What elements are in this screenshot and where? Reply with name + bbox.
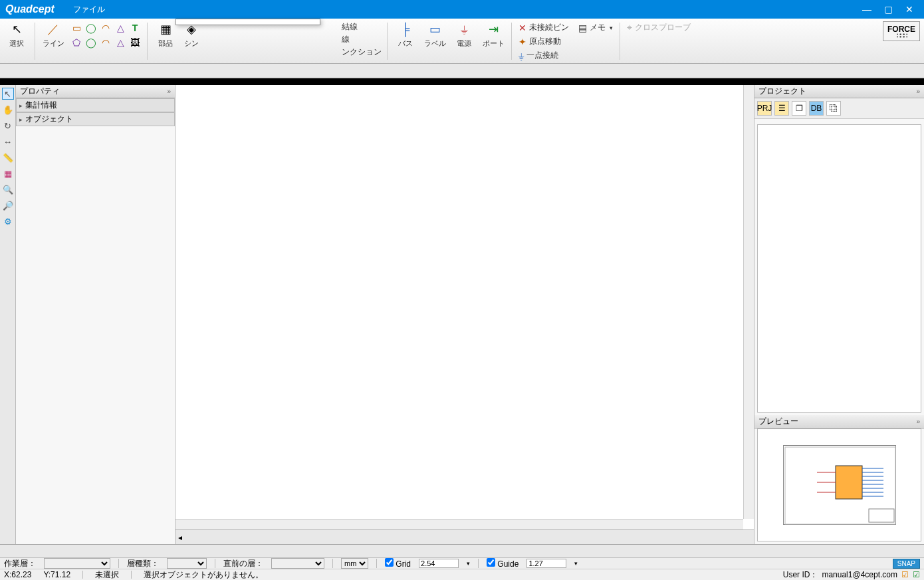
- close-button[interactable]: ✕: [900, 4, 919, 15]
- layer-type-label: 層種類：: [127, 558, 159, 569]
- rotate-icon[interactable]: ↻: [2, 120, 14, 132]
- coord-x: X:62.23: [4, 570, 31, 579]
- conn-label: ンクション: [342, 47, 382, 58]
- schematic-preview-icon: [784, 446, 897, 526]
- rect-icon[interactable]: ▭: [70, 21, 83, 35]
- bottom-tabs: [0, 544, 924, 557]
- circle2-icon[interactable]: ◯: [84, 21, 98, 35]
- object-section[interactable]: オブジェクト: [16, 112, 175, 126]
- work-layer-select[interactable]: [44, 558, 110, 569]
- work-layer-label: 作業層：: [4, 558, 36, 569]
- minimize-button[interactable]: —: [858, 4, 876, 15]
- measure-icon[interactable]: 📏: [2, 151, 14, 163]
- arc3-icon[interactable]: ◠: [99, 36, 112, 49]
- prev-layer-label: 直前の層：: [223, 558, 263, 569]
- menu-bar: Quadcept ファイル — ▢ ✕: [0, 0, 924, 19]
- label-tool[interactable]: ▭ ラベル: [422, 21, 447, 48]
- svg-rect-1: [836, 466, 862, 499]
- origin-icon: ✦: [519, 37, 526, 47]
- unconnected-pin-tool[interactable]: ✕未接続ピン: [517, 21, 570, 34]
- grid-value-input[interactable]: [419, 559, 459, 568]
- ruler-strip: [0, 78, 924, 85]
- shape-tools: ▭ ◯ ◠ △ T ⬠ ◯ ◠ △ 🖼: [70, 21, 142, 49]
- canvas[interactable]: ◂: [175, 85, 754, 544]
- symbol-tool[interactable]: ◈ シン: [182, 21, 201, 48]
- property-panel-header: プロパティ»: [16, 85, 175, 98]
- memo-icon: ▤: [578, 23, 587, 33]
- part-tool[interactable]: ▦ 部品: [153, 21, 178, 48]
- operation-tabs: [0, 64, 924, 78]
- bus-icon: ╞: [398, 21, 413, 37]
- hand-icon[interactable]: ✋: [2, 104, 14, 116]
- horizontal-scrollbar[interactable]: [175, 519, 743, 530]
- image-icon[interactable]: 🖼: [128, 36, 142, 49]
- doc-tab-scroll-left[interactable]: ◂: [178, 533, 182, 542]
- project-panel-header: プロジェクト»: [754, 85, 924, 98]
- summary-section[interactable]: 集計情報: [16, 98, 175, 112]
- menu-ファイル[interactable]: ファイル: [66, 1, 112, 18]
- status-bar-info: X:62.23 Y:71.12 未選択 選択オブジェクトがありません。 User…: [0, 569, 924, 580]
- list-icon[interactable]: ☰: [774, 101, 789, 116]
- guide-value-input[interactable]: [526, 559, 566, 568]
- origin-move-tool[interactable]: ✦原点移動: [517, 35, 570, 48]
- property-panel: プロパティ» 集計情報 オブジェクト: [16, 85, 175, 544]
- zoom-out-icon[interactable]: 🔎: [2, 199, 14, 211]
- iso-tri-icon[interactable]: △: [114, 36, 127, 49]
- line-icon: ／: [45, 21, 61, 37]
- poly-icon[interactable]: ⬠: [70, 36, 83, 49]
- app-title: Quadcept: [5, 3, 55, 15]
- svg-rect-13: [869, 509, 894, 522]
- gnd-icon: ⏚: [519, 50, 524, 61]
- layer-icon[interactable]: ▦: [2, 167, 14, 179]
- preview-panel-header: プレビュー»: [754, 415, 924, 429]
- vertical-scrollbar[interactable]: [743, 85, 754, 519]
- proj-icon[interactable]: PRJ: [757, 101, 772, 116]
- user-id-label: User ID：: [783, 569, 818, 581]
- prev-layer-select[interactable]: [271, 558, 324, 569]
- layer-type-select[interactable]: [167, 558, 207, 569]
- layers-icon[interactable]: ❐: [792, 101, 806, 116]
- status-bar-settings: 作業層： 層種類： 直前の層： mm Grid ▾ Guide ▾ SNAP: [0, 557, 924, 569]
- db-icon[interactable]: DB: [809, 101, 824, 116]
- zoom-in-icon[interactable]: 🔍: [2, 183, 14, 195]
- select-tool[interactable]: ↖ 選択: [4, 21, 29, 48]
- user-id: manual1@4cept.com: [822, 570, 897, 579]
- power-icon: ⏚: [456, 21, 472, 37]
- status-check2-icon[interactable]: ☑: [913, 570, 920, 579]
- circle3-icon[interactable]: ◯: [84, 36, 98, 49]
- status-message: 選択オブジェクトがありません。: [144, 569, 263, 581]
- snap-button[interactable]: SNAP: [893, 559, 920, 569]
- power-tool[interactable]: ⏚ 電源: [451, 21, 477, 48]
- memo-tool[interactable]: ▤メモ▾: [577, 21, 614, 34]
- project-tree[interactable]: [757, 124, 921, 413]
- preview-box: [757, 429, 921, 541]
- draw-dropdown-menu: [175, 19, 320, 25]
- preview-thumbnail: [783, 445, 896, 525]
- force-button[interactable]: FORCE ∷∷∷: [883, 21, 920, 41]
- flip-icon[interactable]: ↔: [2, 136, 14, 147]
- port-icon: ⇥: [485, 21, 501, 37]
- triangle-icon[interactable]: △: [114, 21, 127, 35]
- settings-icon[interactable]: ⚙: [2, 215, 14, 227]
- bus-tool[interactable]: ╞ バス: [393, 21, 418, 48]
- window-controls: — ▢ ✕: [858, 4, 919, 15]
- cross-probe-tool[interactable]: ⌖クロスプローブ: [626, 21, 692, 34]
- arc2-icon[interactable]: ◠: [99, 21, 112, 35]
- grid-checkbox[interactable]: Grid: [385, 558, 411, 569]
- status-check1-icon[interactable]: ☑: [901, 570, 909, 579]
- maximize-button[interactable]: ▢: [879, 4, 897, 15]
- right-panels: プロジェクト» PRJ ☰ ❐ DB ⿻ プレビュー»: [754, 85, 924, 544]
- unit-select[interactable]: mm: [341, 558, 368, 569]
- line-tool[interactable]: ／ ライン: [41, 21, 66, 48]
- one-point-tool[interactable]: ⏚一点接続: [517, 49, 570, 62]
- copy-icon[interactable]: ⿻: [826, 101, 841, 116]
- text-icon[interactable]: T: [128, 21, 142, 35]
- coord-y: Y:71.12: [43, 570, 70, 579]
- guide-checkbox[interactable]: Guide: [487, 558, 519, 569]
- label-icon: ▭: [427, 21, 443, 37]
- select-mode-icon[interactable]: ↖: [2, 88, 14, 100]
- port-tool[interactable]: ⇥ ポート: [481, 21, 506, 48]
- wire-label: 線: [342, 34, 382, 45]
- left-tool-strip: ↖ ✋ ↻ ↔ 📏 ▦ 🔍 🔎 ⚙: [0, 85, 16, 544]
- document-tabs: ◂: [175, 530, 754, 544]
